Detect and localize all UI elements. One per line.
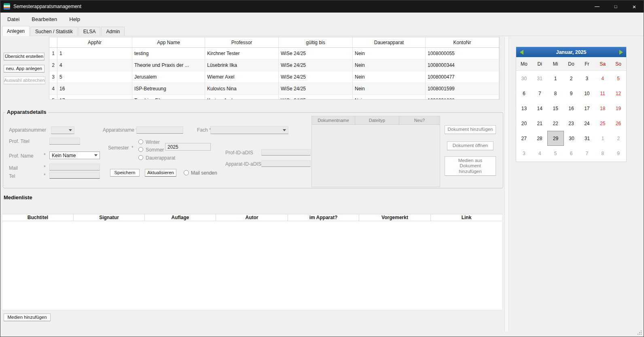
- auswahl-abbrechen-button[interactable]: Auswahl abbrechen: [4, 77, 45, 84]
- table-row[interactable]: 5 17 Teaching Films Kratzer Andrea WiSe …: [49, 95, 499, 100]
- calendar-day[interactable]: 1: [548, 71, 564, 86]
- med-col-signatur[interactable]: Signatur: [74, 214, 145, 221]
- prof-name-combo[interactable]: Kein Name: [49, 151, 100, 159]
- calendar-day[interactable]: 5: [548, 146, 564, 161]
- tab-admin[interactable]: Admin: [101, 27, 125, 36]
- medien-aus-dokument-button[interactable]: Medien aus Dokument hinzufügen: [445, 156, 496, 176]
- speichern-button[interactable]: Speichern: [110, 169, 140, 177]
- table-row[interactable]: 2 4 Theorie und Praxis der ... Lüsebrink…: [49, 60, 499, 71]
- calendar-day-selected[interactable]: 29: [547, 131, 564, 146]
- calendar-day[interactable]: 30: [516, 71, 532, 86]
- calendar-day[interactable]: 2: [564, 71, 579, 86]
- calendar-day[interactable]: 12: [610, 86, 626, 101]
- calendar-day[interactable]: 31: [532, 71, 548, 86]
- calendar-day[interactable]: 8: [548, 86, 564, 101]
- prof-titel-input[interactable]: [49, 138, 80, 145]
- calendar-day[interactable]: 4: [595, 71, 610, 86]
- calendar-day[interactable]: 15: [548, 101, 564, 116]
- calendar-day[interactable]: 6: [564, 146, 579, 161]
- calendar-day[interactable]: 11: [595, 86, 610, 101]
- sommer-radio[interactable]: [138, 147, 143, 152]
- calendar-day[interactable]: 9: [610, 146, 626, 161]
- col-professor[interactable]: Professor: [205, 37, 279, 47]
- calendar-day[interactable]: 6: [516, 86, 532, 101]
- fach-combo[interactable]: [210, 126, 288, 134]
- resize-grip[interactable]: [641, 334, 642, 335]
- calendar-day[interactable]: 25: [595, 116, 610, 131]
- col-dauerapparat[interactable]: Dauerapparat: [353, 37, 426, 47]
- cell-dauer: Nein: [353, 83, 426, 94]
- menu-bearbeiten[interactable]: Bearbeiten: [25, 13, 63, 26]
- calendar-day[interactable]: 30: [564, 131, 580, 146]
- dauerapparat-radio[interactable]: [138, 155, 143, 160]
- semester-year-input[interactable]: 2025: [165, 143, 211, 151]
- calendar-day[interactable]: 21: [532, 116, 548, 131]
- calendar-day[interactable]: 31: [579, 131, 595, 146]
- calendar-day[interactable]: 10: [579, 86, 595, 101]
- calendar-day[interactable]: 7: [579, 146, 595, 161]
- calendar-day[interactable]: 28: [532, 131, 548, 146]
- tab-anlegen[interactable]: Anlegen: [2, 26, 30, 36]
- tab-suchen-statistik[interactable]: Suchen / Statistik: [30, 27, 78, 36]
- calendar-day[interactable]: 8: [595, 146, 610, 161]
- calendar-day[interactable]: 19: [610, 101, 626, 116]
- menu-datei[interactable]: Datei: [1, 13, 25, 26]
- calendar-day[interactable]: 16: [564, 101, 579, 116]
- prof-id-adis-input[interactable]: [261, 149, 311, 156]
- calendar-day[interactable]: 17: [579, 101, 595, 116]
- next-month-button[interactable]: [618, 49, 624, 55]
- calendar-day[interactable]: 4: [532, 146, 548, 161]
- table-row[interactable]: 1 1 testing Kirchner Tester WiSe 24/25 N…: [49, 48, 499, 60]
- winter-radio[interactable]: [138, 139, 143, 144]
- col-appnr[interactable]: AppNr: [57, 37, 132, 47]
- col-appname[interactable]: App Name: [132, 37, 205, 47]
- med-col-auflage[interactable]: Auflage: [145, 214, 216, 221]
- cell-appnr: 5: [57, 71, 132, 83]
- calendar-day[interactable]: 22: [548, 116, 564, 131]
- mail-input[interactable]: [49, 164, 100, 171]
- dokument-hinzufuegen-button[interactable]: Dokument hinzufügen: [445, 125, 496, 134]
- calendar-day[interactable]: 1: [595, 131, 611, 146]
- calendar-day[interactable]: 14: [532, 101, 548, 116]
- med-col-vorgemerkt[interactable]: Vorgemerkt: [359, 214, 431, 221]
- calendar-day[interactable]: 27: [516, 131, 532, 146]
- apparatsnummer-combo[interactable]: [51, 126, 74, 134]
- calendar-day[interactable]: 3: [516, 146, 532, 161]
- col-gueltig-bis[interactable]: gültig bis: [279, 37, 353, 47]
- apparat-id-adis-input[interactable]: [261, 160, 311, 167]
- aktualisieren-button[interactable]: Aktualisieren: [145, 169, 176, 177]
- tel-input[interactable]: [49, 172, 100, 179]
- vertical-scrollbar[interactable]: [504, 37, 509, 332]
- table-row[interactable]: 4 16 ISP-Betreuung Kulovics Nina WiSe 24…: [49, 83, 499, 95]
- row-number: 5: [49, 95, 57, 100]
- uebersicht-erstellen-button[interactable]: Übersicht erstellen: [4, 53, 44, 60]
- mail-senden-checkbox[interactable]: [184, 170, 189, 175]
- medien-hinzufuegen-button[interactable]: Medien hinzufügen: [4, 314, 51, 321]
- calendar-day[interactable]: 9: [564, 86, 579, 101]
- calendar-day[interactable]: 13: [516, 101, 532, 116]
- calendar-day[interactable]: 26: [610, 116, 626, 131]
- calendar-day[interactable]: 24: [579, 116, 595, 131]
- neue-app-anlegen-button[interactable]: neu. App anlegen: [4, 65, 44, 73]
- med-col-im-apparat[interactable]: im Apparat?: [288, 214, 359, 221]
- tab-elsa[interactable]: ELSA: [78, 27, 101, 36]
- maximize-button[interactable]: □: [606, 0, 625, 13]
- previous-month-button[interactable]: [518, 49, 525, 55]
- apparatsname-input[interactable]: [136, 126, 183, 134]
- col-kontonr[interactable]: KontoNr: [426, 37, 499, 47]
- med-col-link[interactable]: Link: [431, 214, 502, 221]
- calendar-day[interactable]: 5: [610, 71, 626, 86]
- calendar-day[interactable]: 3: [579, 71, 595, 86]
- calendar-day[interactable]: 2: [610, 131, 626, 146]
- minimize-button[interactable]: —: [588, 0, 606, 13]
- close-button[interactable]: ×: [625, 0, 644, 13]
- table-row[interactable]: 3 5 Jerusalem Wiemer Axel WiSe 24/25 Nei…: [49, 71, 499, 83]
- med-col-autor[interactable]: Autor: [216, 214, 288, 221]
- menu-help[interactable]: Help: [63, 13, 86, 26]
- calendar-day[interactable]: 7: [532, 86, 548, 101]
- calendar-day[interactable]: 23: [564, 116, 579, 131]
- med-col-buchtitel[interactable]: Buchtitel: [2, 214, 74, 221]
- dokument-oeffnen-button[interactable]: Dokument öffnen: [447, 141, 494, 150]
- calendar-day[interactable]: 20: [516, 116, 532, 131]
- calendar-day[interactable]: 18: [595, 101, 610, 116]
